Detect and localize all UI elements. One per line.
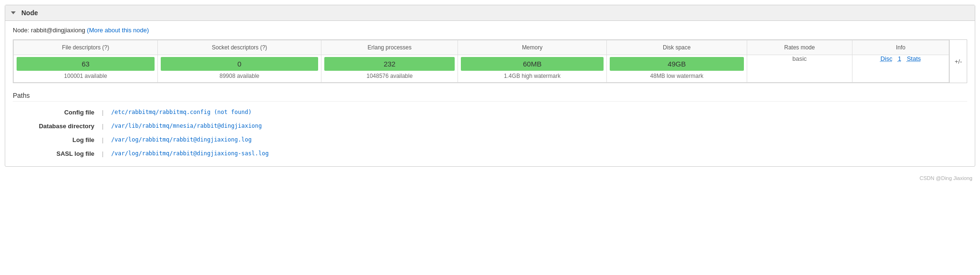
- sasl-log-value: /var/log/rabbitmq/rabbit@dingjiaxiong-sa…: [107, 147, 967, 161]
- log-file-label: Log file: [13, 133, 98, 147]
- info-links: Disc 1 Stats: [852, 55, 949, 62]
- node-content: Node: rabbit@dingjiaxiong (More about th…: [5, 21, 975, 166]
- col-disk-space: Disk space: [606, 40, 747, 55]
- file-descriptors-cell: 63 100001 available: [14, 55, 158, 83]
- disk-space-value: 49GB: [610, 57, 744, 71]
- info-separator2: [903, 55, 905, 62]
- sasl-log-divider: |: [98, 147, 107, 161]
- paths-section: Paths Config file | /etc/rabbitmq/rabbit…: [13, 92, 967, 161]
- node-header: Node: [5, 5, 975, 21]
- footer-credit: CSDN @Ding Jiaxiong: [0, 171, 980, 185]
- memory-cell: 60MB 1.4GB high watermark: [458, 55, 607, 83]
- path-row-database: Database directory | /var/lib/rabbitmq/m…: [13, 119, 967, 133]
- socket-descriptors-cell: 0 89908 available: [157, 55, 321, 83]
- plus-minus-control[interactable]: +/-: [949, 40, 967, 83]
- rates-mode-value: basic: [792, 55, 806, 62]
- plus-minus-label: +/-: [954, 58, 962, 65]
- database-dir-label: Database directory: [13, 119, 98, 133]
- erlang-processes-available: 1048576 available: [321, 72, 458, 82]
- memory-value: 60MB: [461, 57, 604, 71]
- col-memory: Memory: [458, 40, 607, 55]
- node-label: Node: rabbit@dingjiaxiong (More about th…: [13, 27, 967, 34]
- socket-descriptors-value: 0: [161, 57, 318, 71]
- col-rates-mode: Rates mode: [747, 40, 852, 55]
- sasl-log-label: SASL log file: [13, 147, 98, 161]
- erlang-processes-value: 232: [324, 57, 455, 71]
- stats-table-wrapper: File descriptors (?) Socket descriptors …: [13, 39, 967, 83]
- config-file-label: Config file: [13, 105, 98, 119]
- log-file-divider: |: [98, 133, 107, 147]
- rates-mode-cell: basic: [747, 55, 852, 83]
- path-row-config: Config file | /etc/rabbitmq/rabbitmq.con…: [13, 105, 967, 119]
- log-file-value: /var/log/rabbitmq/rabbit@dingjiaxiong.lo…: [107, 133, 967, 147]
- table-row: 63 100001 available 0 89908 available 23…: [14, 55, 949, 83]
- erlang-processes-cell: 232 1048576 available: [321, 55, 458, 83]
- col-info: Info: [852, 40, 949, 55]
- disk-space-available: 48MB low watermark: [607, 72, 747, 82]
- socket-descriptors-available: 89908 available: [158, 72, 321, 82]
- file-descriptors-value: 63: [17, 57, 155, 71]
- info-1-link[interactable]: 1: [898, 55, 901, 62]
- node-label-prefix: Node: rabbit@dingjiaxiong: [13, 27, 85, 34]
- config-file-value: /etc/rabbitmq/rabbitmq.config (not found…: [107, 105, 967, 119]
- memory-available: 1.4GB high watermark: [458, 72, 606, 82]
- file-descriptors-available: 100001 available: [14, 72, 157, 82]
- paths-title: Paths: [13, 92, 967, 102]
- paths-table: Config file | /etc/rabbitmq/rabbitmq.con…: [13, 105, 967, 161]
- info-cell: Disc 1 Stats: [852, 55, 949, 83]
- col-socket-descriptors: Socket descriptors (?): [157, 40, 321, 55]
- col-file-descriptors: File descriptors (?): [14, 40, 158, 55]
- stats-link[interactable]: Stats: [907, 55, 921, 62]
- node-section: Node Node: rabbit@dingjiaxiong (More abo…: [5, 5, 975, 167]
- database-dir-value: /var/lib/rabbitmq/mnesia/rabbit@dingjiax…: [107, 119, 967, 133]
- col-erlang-processes: Erlang processes: [321, 40, 458, 55]
- disk-space-cell: 49GB 48MB low watermark: [606, 55, 747, 83]
- section-title: Node: [21, 9, 38, 17]
- stats-table: File descriptors (?) Socket descriptors …: [13, 40, 949, 83]
- path-row-log: Log file | /var/log/rabbitmq/rabbit@ding…: [13, 133, 967, 147]
- collapse-icon[interactable]: [11, 11, 16, 14]
- more-about-node-link[interactable]: (More about this node): [87, 27, 149, 34]
- info-separator: [894, 55, 896, 62]
- config-file-divider: |: [98, 105, 107, 119]
- path-row-sasl: SASL log file | /var/log/rabbitmq/rabbit…: [13, 147, 967, 161]
- database-dir-divider: |: [98, 119, 107, 133]
- disc-link[interactable]: Disc: [880, 55, 892, 62]
